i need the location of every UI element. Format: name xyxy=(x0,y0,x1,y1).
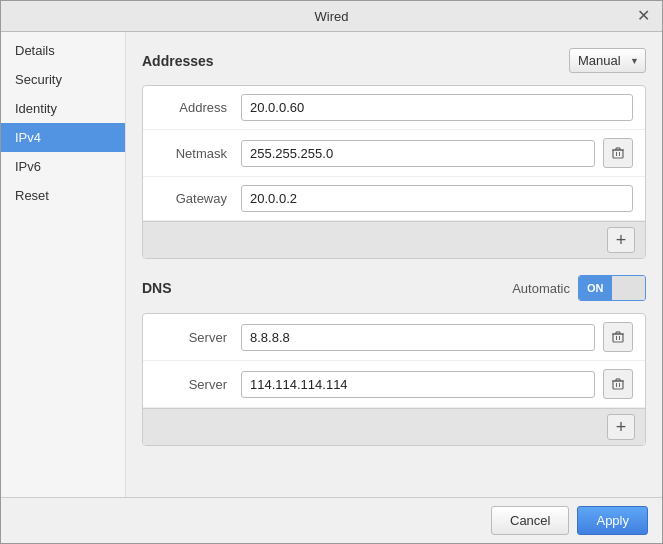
dns-server-label-2: Server xyxy=(155,377,227,392)
wired-dialog: Wired ✕ Details Security Identity IPv4 I… xyxy=(0,0,663,544)
gateway-row: Gateway xyxy=(143,177,645,221)
address-label: Address xyxy=(155,100,227,115)
address-input[interactable] xyxy=(241,94,633,121)
address-row: Address xyxy=(143,86,645,130)
dns-auto-toggle[interactable]: ON xyxy=(578,275,646,301)
dns-server-delete-button-1[interactable] xyxy=(603,322,633,352)
dns-server-row-1: Server xyxy=(143,314,645,361)
svg-rect-7 xyxy=(613,334,623,342)
sidebar-item-ipv6[interactable]: IPv6 xyxy=(1,152,125,181)
dns-header: DNS Automatic ON xyxy=(142,275,646,301)
dns-auto-toggle-row: Automatic ON xyxy=(512,275,646,301)
svg-rect-0 xyxy=(613,150,623,158)
gateway-label: Gateway xyxy=(155,191,227,206)
trash-icon xyxy=(611,330,625,344)
window-title: Wired xyxy=(29,9,634,24)
netmask-row: Netmask xyxy=(143,130,645,177)
footer: Cancel Apply xyxy=(1,497,662,543)
apply-button[interactable]: Apply xyxy=(577,506,648,535)
toggle-on-label: ON xyxy=(579,276,612,300)
content-area: Details Security Identity IPv4 IPv6 Rese… xyxy=(1,32,662,497)
dns-card: Server xyxy=(142,313,646,446)
dns-add-bar: + xyxy=(143,408,645,445)
netmask-delete-button[interactable] xyxy=(603,138,633,168)
titlebar: Wired ✕ xyxy=(1,1,662,32)
toggle-off-area xyxy=(612,276,646,300)
sidebar-item-security[interactable]: Security xyxy=(1,65,125,94)
dns-section: DNS Automatic ON Server xyxy=(142,275,646,446)
addresses-card: Address Netmask xyxy=(142,85,646,259)
dns-server-delete-button-2[interactable] xyxy=(603,369,633,399)
netmask-label: Netmask xyxy=(155,146,227,161)
gateway-input[interactable] xyxy=(241,185,633,212)
dns-auto-label: Automatic xyxy=(512,281,570,296)
sidebar-item-identity[interactable]: Identity xyxy=(1,94,125,123)
sidebar: Details Security Identity IPv4 IPv6 Rese… xyxy=(1,32,126,497)
trash-icon xyxy=(611,146,625,160)
dns-server-row-2: Server xyxy=(143,361,645,408)
dns-server-input-1[interactable] xyxy=(241,324,595,351)
dns-server-label-1: Server xyxy=(155,330,227,345)
method-select[interactable]: Manual xyxy=(569,48,646,73)
sidebar-item-ipv4[interactable]: IPv4 xyxy=(1,123,125,152)
addresses-add-bar: + xyxy=(143,221,645,258)
dns-add-button[interactable]: + xyxy=(607,414,635,440)
trash-icon xyxy=(611,377,625,391)
close-button[interactable]: ✕ xyxy=(634,7,652,25)
addresses-title: Addresses xyxy=(142,53,214,69)
method-select-wrapper[interactable]: Manual xyxy=(569,48,646,73)
addresses-add-button[interactable]: + xyxy=(607,227,635,253)
addresses-header: Addresses Manual xyxy=(142,48,646,73)
dns-server-input-2[interactable] xyxy=(241,371,595,398)
dns-title: DNS xyxy=(142,280,172,296)
netmask-input[interactable] xyxy=(241,140,595,167)
cancel-button[interactable]: Cancel xyxy=(491,506,569,535)
sidebar-item-reset[interactable]: Reset xyxy=(1,181,125,210)
main-panel: Addresses Manual Address Netmask xyxy=(126,32,662,497)
sidebar-item-details[interactable]: Details xyxy=(1,36,125,65)
svg-rect-14 xyxy=(613,381,623,389)
